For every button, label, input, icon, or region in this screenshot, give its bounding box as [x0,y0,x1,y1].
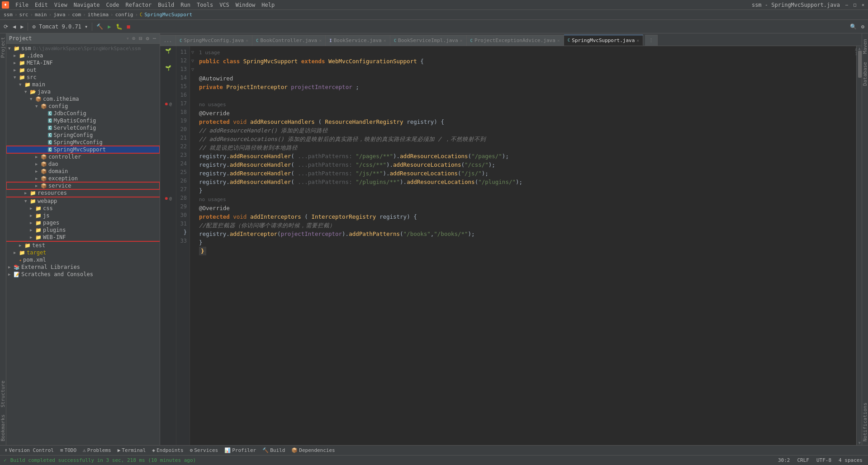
tree-item-resources[interactable]: ▶ 📁 resources [6,189,160,197]
indent-info[interactable]: 4 spaces [837,457,864,463]
menu-refactor[interactable]: Refactor [123,1,154,9]
breadcrumb-java[interactable]: java [53,12,66,18]
toolbar-sync-btn[interactable]: ⟳ [2,23,10,31]
tab-ellipsis[interactable]: ... [160,35,176,46]
maven-tab[interactable]: Maven [861,35,868,57]
menu-help[interactable]: Help [259,1,277,9]
project-locate-btn[interactable]: ⊙ [131,35,136,42]
encoding[interactable]: UTF-8 [815,457,833,463]
tree-item-out[interactable]: ▶ 📁 out [6,66,160,74]
structure-tab[interactable]: Structure [0,377,7,411]
tab-springmvcsupport[interactable]: C SpringMvcSupport.java ✕ [564,35,644,46]
toolbar-debug-btn[interactable]: 🐛 [114,23,124,31]
tree-item-config[interactable]: ▼ 📦 config [6,103,160,110]
tree-item-springmvcconfig[interactable]: C SpringMvcConfig [6,139,160,146]
line-ending[interactable]: CRLF [795,457,811,463]
tab-close-springmvcconfig[interactable]: ✕ [246,38,248,43]
tree-item-springmvcsupport[interactable]: C SpringMvcSupport [6,146,160,153]
vertical-scrollbar[interactable]: ▲ ▼ A 1 [856,46,862,445]
tab-more[interactable]: ⋮ [645,35,658,46]
menu-file[interactable]: File [13,1,31,9]
tree-item-com-itheima[interactable]: ▼ 📦 com.itheima [6,95,160,103]
notifications-tab[interactable]: Notifications [861,399,868,445]
terminal-btn[interactable]: ▶ Terminal [115,447,149,454]
minimize-button[interactable]: — [844,2,850,8]
problems-btn[interactable]: ⚠ Problems [80,447,114,454]
menu-navigate[interactable]: Navigate [71,1,103,9]
code-content[interactable]: 1 usage public class SpringMvcSupport ex… [195,46,856,445]
tab-bookcontroller[interactable]: C BookController.java ✕ [252,35,326,46]
toolbar-settings-btn[interactable]: ⚙ [859,23,866,31]
dependencies-btn[interactable]: 📦 Dependencies [289,447,337,454]
tree-item-service[interactable]: ▶ 📦 service [6,182,160,189]
tree-item-idea[interactable]: ▶ 📁 .idea [6,52,160,59]
profiler-btn[interactable]: 📊 Profiler [222,447,259,454]
tab-projectexceptionadvice[interactable]: C ProjectExceptionAdvice.java ✕ [467,35,564,46]
tree-item-pom-xml[interactable]: ✦ pom.xml [6,256,160,263]
project-gear-btn[interactable]: ⋯ [152,35,157,42]
menu-view[interactable]: View [52,1,70,9]
menu-window[interactable]: Window [233,1,258,9]
toolbar-search-btn[interactable]: 🔍 [848,23,859,31]
tree-item-test[interactable]: ▶ 📁 test [6,242,160,249]
tree-item-mybatisconfig[interactable]: C MyBatisConfig [6,117,160,124]
project-settings-btn[interactable]: ⚙ [145,35,150,42]
cursor-position[interactable]: 30:2 [776,457,792,463]
services-btn[interactable]: ⚙ Services [187,447,221,454]
breadcrumb-com[interactable]: com [72,12,81,18]
toolbar-forward-btn[interactable]: ▶ [19,23,25,31]
tree-item-jdbcconfig[interactable]: C JdbcConfig [6,110,160,117]
todo-btn[interactable]: ≡ TODO [57,447,79,454]
maximize-button[interactable]: □ [852,2,858,8]
endpoints-btn[interactable]: ◈ Endpoints [149,447,186,454]
version-control-btn[interactable]: ⬆ Version Control [2,447,57,454]
project-collapse-btn[interactable]: ⊟ [138,35,143,42]
tree-item-controller[interactable]: ▶ 📦 controller [6,153,160,160]
tree-item-springconfig[interactable]: C SpringConfig [6,132,160,139]
tree-item-plugins[interactable]: ▶ 📁 plugins [6,226,160,234]
tree-item-pages[interactable]: ▶ 📁 pages [6,219,160,226]
toolbar-run-config[interactable]: ⚙ Tomcat 9.0.71 ▾ [30,23,90,31]
toolbar-run-btn[interactable]: ▶ [106,23,113,31]
menu-tools[interactable]: Tools [194,1,216,9]
tree-item-servletconfig[interactable]: C ServletConfig [6,124,160,132]
menu-edit[interactable]: Edit [32,1,51,9]
bookmarks-tab[interactable]: Bookmarks [0,411,7,445]
build-btn[interactable]: 🔨 Build [260,447,288,454]
tree-item-domain[interactable]: ▶ 📦 domain [6,168,160,175]
tree-item-webapp[interactable]: ▼ 📁 webapp [6,197,160,205]
tree-item-dao[interactable]: ▶ 📦 dao [6,160,160,168]
toolbar-stop-btn[interactable]: ■ [125,23,132,31]
project-tab[interactable]: Project [0,33,7,61]
fold-16[interactable]: ▽ [190,56,195,65]
tree-item-target[interactable]: ▶ 📁 target [6,249,160,256]
fold-26[interactable]: ▽ [190,65,195,74]
tab-springmvcconfig[interactable]: C SpringMvcConfig.java ✕ [176,35,252,46]
breadcrumb-current[interactable]: SpringMvcSupport [144,12,192,18]
tree-item-main[interactable]: ▼ 📁 main [6,81,160,88]
tree-item-src[interactable]: ▼ 📁 src [6,74,160,81]
scroll-arrow-up[interactable]: ▲ [859,46,861,51]
breadcrumb-config[interactable]: config [115,12,133,18]
tree-item-scratches[interactable]: ▶ 📝 Scratches and Consoles [6,271,160,278]
tree-item-web-inf[interactable]: ▶ 📁 WEB-INF [6,234,160,241]
tree-item-ext-libs[interactable]: ▶ 📚 External Libraries [6,263,160,271]
toolbar-build-btn[interactable]: 🔨 [95,23,105,31]
tree-item-java[interactable]: ▼ 📂 java [6,88,160,95]
tab-close-bookservice[interactable]: ✕ [384,38,386,43]
tree-item-ssm[interactable]: ▼ 📁 ssm D:\javaWorkSpace\SpringWorkSpace… [6,45,160,52]
tab-close-springmvcsupport[interactable]: ✕ [636,38,639,43]
breadcrumb-main[interactable]: main [35,12,47,18]
fold-11[interactable]: ▽ [190,48,195,56]
tab-close-projectexceptionadvice[interactable]: ✕ [557,38,560,43]
scroll-arrow-down[interactable]: ▼ [859,441,861,445]
menu-vcs[interactable]: VCS [217,1,232,9]
breadcrumb-itheima[interactable]: itheima [88,12,109,18]
breadcrumb-src[interactable]: src [19,12,28,18]
menu-build[interactable]: Build [155,1,177,9]
database-tab[interactable]: Database [861,58,868,89]
tab-close-bookserviceimpl[interactable]: ✕ [460,38,463,43]
breadcrumb-ssm[interactable]: ssm [4,12,13,18]
toolbar-back-btn[interactable]: ◀ [11,23,18,31]
menu-code[interactable]: Code [104,1,122,9]
